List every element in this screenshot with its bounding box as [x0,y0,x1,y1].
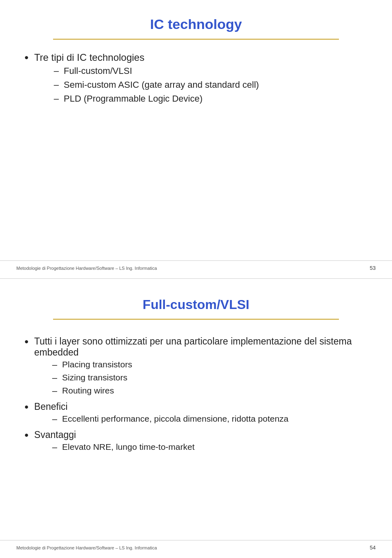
slide-1: IC technology • Tre tipi di IC technolog… [0,0,392,279]
slide-1-page-number: 53 [370,265,376,271]
sub-list-1: – Full-custom/VLSI – Semi-custom ASIC (g… [54,66,259,104]
slide-2-page-number: 54 [370,545,376,551]
sub-item-1-3: – PLD (Programmable Logic Device) [54,93,259,104]
slide-2-title: Full-custom/VLSI [0,297,392,312]
slide-1-footer: Metodologie di Progettazione Hardware/So… [0,260,392,271]
slide-2-footer-text: Metodologie di Progettazione Hardware/So… [16,545,157,550]
dash-2-1-2: – [52,373,57,383]
bullet-main-2-3-text: Svantaggi – Elevato NRE, lungo time-to-m… [34,429,195,455]
dash-1-3: – [54,93,59,104]
sub-item-1-1: – Full-custom/VLSI [54,66,259,76]
sub-list-2-2: – Eccellenti performance, piccola dimens… [52,414,289,425]
bullet-main-2-2-text: Benefici – Eccellenti performance, picco… [34,401,289,427]
sub-item-2-1-2: – Sizing transistors [52,373,368,383]
bullet-main-2-1: • Tutti i layer sono ottimizzati per una… [24,336,368,399]
dash-1-2: – [54,80,59,90]
dash-2-3-1: – [52,442,57,453]
sub-item-2-3-1: – Elevato NRE, lungo time-to-market [52,442,195,453]
sub-list-2-3: – Elevato NRE, lungo time-to-market [52,442,195,453]
slide-2: Full-custom/VLSI • Tutti i layer sono ot… [0,279,392,558]
title-underline-1 [53,39,339,40]
bullet-dot-2-1: • [24,335,29,348]
slide-1-footer-text: Metodologie di Progettazione Hardware/So… [16,266,157,271]
title-underline-2 [53,319,339,320]
slide-1-title-block: IC technology [0,0,392,39]
sub-item-2-1-1: – Placing transistors [52,360,368,370]
bullet-main-1: • Tre tipi di IC technologies – Full-cus… [24,52,368,107]
slide-1-title: IC technology [0,16,392,32]
dash-2-2-1: – [52,414,57,425]
bullet-main-2-3: • Svantaggi – Elevato NRE, lungo time-to… [24,429,368,455]
bullet-dot-2-2: • [24,400,29,413]
dash-2-1-3: – [52,386,57,396]
slide-2-content: • Tutti i layer sono ottimizzati per una… [0,332,392,455]
sub-item-1-2: – Semi-custom ASIC (gate array and stand… [54,80,259,90]
bullet-main-2-2: • Benefici – Eccellenti performance, pic… [24,401,368,427]
dash-2-1-1: – [52,360,57,370]
slide-2-footer: Metodologie di Progettazione Hardware/So… [0,540,392,551]
sub-list-2-1: – Placing transistors – Sizing transisto… [52,360,368,396]
bullet-main-2-1-text: Tutti i layer sono ottimizzati per una p… [34,336,368,399]
sub-item-2-1-3: – Routing wires [52,386,368,396]
slide-2-title-block: Full-custom/VLSI [0,279,392,319]
sub-item-2-2-1: – Eccellenti performance, piccola dimens… [52,414,289,425]
dash-1-1: – [54,66,59,76]
bullet-main-1-text: Tre tipi di IC technologies – Full-custo… [34,52,259,107]
slide-1-content: • Tre tipi di IC technologies – Full-cus… [0,52,392,107]
bullet-dot-1: • [24,51,29,64]
bullet-dot-2-3: • [24,429,29,442]
